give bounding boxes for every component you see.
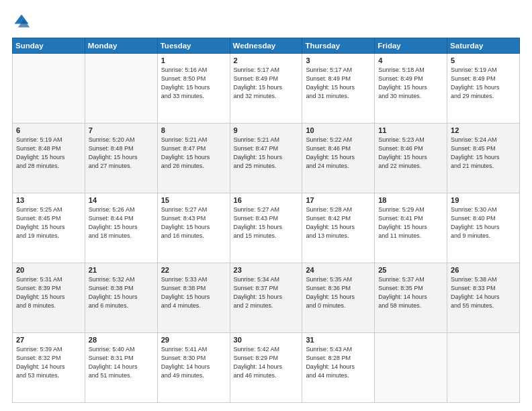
day-number: 6: [16, 126, 81, 134]
day-info: Sunrise: 5:33 AM Sunset: 8:38 PM Dayligh…: [161, 275, 226, 310]
day-number: 1: [161, 56, 226, 64]
day-info: Sunrise: 5:43 AM Sunset: 8:28 PM Dayligh…: [306, 345, 371, 380]
day-info: Sunrise: 5:38 AM Sunset: 8:33 PM Dayligh…: [451, 275, 516, 310]
day-number: 18: [378, 196, 443, 204]
calendar-cell: 16Sunrise: 5:27 AM Sunset: 8:43 PM Dayli…: [230, 193, 302, 263]
day-number: 24: [306, 266, 371, 274]
calendar-cell: 11Sunrise: 5:23 AM Sunset: 8:46 PM Dayli…: [375, 124, 447, 193]
calendar-cell: 19Sunrise: 5:30 AM Sunset: 8:40 PM Dayli…: [447, 193, 520, 263]
weekday-header-saturday: Saturday: [447, 38, 520, 54]
day-number: 19: [451, 196, 516, 204]
calendar-cell: 25Sunrise: 5:37 AM Sunset: 8:35 PM Dayli…: [375, 263, 447, 333]
weekday-header-thursday: Thursday: [302, 38, 375, 54]
day-info: Sunrise: 5:22 AM Sunset: 8:46 PM Dayligh…: [306, 136, 371, 171]
day-number: 15: [161, 196, 226, 204]
calendar-cell: 8Sunrise: 5:21 AM Sunset: 8:47 PM Daylig…: [157, 124, 230, 193]
calendar-cell: 15Sunrise: 5:27 AM Sunset: 8:43 PM Dayli…: [157, 193, 230, 263]
calendar-cell: 27Sunrise: 5:39 AM Sunset: 8:32 PM Dayli…: [13, 333, 85, 403]
page: SundayMondayTuesdayWednesdayThursdayFrid…: [0, 0, 532, 411]
weekday-header-row: SundayMondayTuesdayWednesdayThursdayFrid…: [13, 38, 520, 54]
day-info: Sunrise: 5:18 AM Sunset: 8:49 PM Dayligh…: [378, 66, 443, 101]
day-number: 20: [16, 266, 81, 274]
day-number: 14: [89, 196, 154, 204]
calendar-cell: 20Sunrise: 5:31 AM Sunset: 8:39 PM Dayli…: [13, 263, 85, 333]
day-number: 25: [378, 266, 443, 274]
day-number: 13: [16, 196, 81, 204]
calendar-cell: 18Sunrise: 5:29 AM Sunset: 8:41 PM Dayli…: [375, 193, 447, 263]
day-info: Sunrise: 5:37 AM Sunset: 8:35 PM Dayligh…: [378, 275, 443, 310]
day-info: Sunrise: 5:40 AM Sunset: 8:31 PM Dayligh…: [89, 345, 154, 380]
calendar-cell: 12Sunrise: 5:24 AM Sunset: 8:45 PM Dayli…: [447, 124, 520, 193]
day-number: 2: [234, 56, 299, 64]
calendar-cell: 17Sunrise: 5:28 AM Sunset: 8:42 PM Dayli…: [302, 193, 375, 263]
day-number: 4: [378, 56, 443, 64]
day-info: Sunrise: 5:26 AM Sunset: 8:44 PM Dayligh…: [89, 205, 154, 240]
day-number: 16: [234, 196, 299, 204]
day-info: Sunrise: 5:21 AM Sunset: 8:47 PM Dayligh…: [234, 136, 299, 171]
calendar-week-row: 20Sunrise: 5:31 AM Sunset: 8:39 PM Dayli…: [13, 263, 520, 333]
weekday-header-wednesday: Wednesday: [230, 38, 302, 54]
calendar-cell: [375, 333, 447, 403]
calendar-cell: 24Sunrise: 5:35 AM Sunset: 8:36 PM Dayli…: [302, 263, 375, 333]
calendar-cell: 22Sunrise: 5:33 AM Sunset: 8:38 PM Dayli…: [157, 263, 230, 333]
weekday-header-friday: Friday: [375, 38, 447, 54]
weekday-header-tuesday: Tuesday: [157, 38, 230, 54]
day-info: Sunrise: 5:16 AM Sunset: 8:50 PM Dayligh…: [161, 66, 226, 101]
day-info: Sunrise: 5:19 AM Sunset: 8:49 PM Dayligh…: [451, 66, 516, 101]
day-number: 27: [16, 336, 81, 344]
day-info: Sunrise: 5:41 AM Sunset: 8:30 PM Dayligh…: [161, 345, 226, 380]
day-info: Sunrise: 5:35 AM Sunset: 8:36 PM Dayligh…: [306, 275, 371, 310]
calendar-cell: 29Sunrise: 5:41 AM Sunset: 8:30 PM Dayli…: [157, 333, 230, 403]
day-number: 30: [234, 336, 299, 344]
day-number: 7: [89, 126, 154, 134]
day-number: 21: [89, 266, 154, 274]
calendar-cell: [85, 54, 157, 124]
calendar-cell: 6Sunrise: 5:19 AM Sunset: 8:48 PM Daylig…: [13, 124, 85, 193]
day-info: Sunrise: 5:29 AM Sunset: 8:41 PM Dayligh…: [378, 205, 443, 240]
day-info: Sunrise: 5:39 AM Sunset: 8:32 PM Dayligh…: [16, 345, 81, 380]
day-number: 5: [451, 56, 516, 64]
calendar-cell: 5Sunrise: 5:19 AM Sunset: 8:49 PM Daylig…: [447, 54, 520, 124]
calendar-week-row: 13Sunrise: 5:25 AM Sunset: 8:45 PM Dayli…: [13, 193, 520, 263]
day-info: Sunrise: 5:17 AM Sunset: 8:49 PM Dayligh…: [306, 66, 371, 101]
weekday-header-monday: Monday: [85, 38, 157, 54]
day-info: Sunrise: 5:17 AM Sunset: 8:49 PM Dayligh…: [234, 66, 299, 101]
day-number: 9: [234, 126, 299, 134]
day-number: 29: [161, 336, 226, 344]
calendar-week-row: 6Sunrise: 5:19 AM Sunset: 8:48 PM Daylig…: [13, 124, 520, 193]
calendar-cell: 31Sunrise: 5:43 AM Sunset: 8:28 PM Dayli…: [302, 333, 375, 403]
day-number: 10: [306, 126, 371, 134]
day-info: Sunrise: 5:42 AM Sunset: 8:29 PM Dayligh…: [234, 345, 299, 380]
day-info: Sunrise: 5:31 AM Sunset: 8:39 PM Dayligh…: [16, 275, 81, 310]
calendar-table: SundayMondayTuesdayWednesdayThursdayFrid…: [12, 38, 520, 403]
calendar-cell: 2Sunrise: 5:17 AM Sunset: 8:49 PM Daylig…: [230, 54, 302, 124]
calendar-week-row: 27Sunrise: 5:39 AM Sunset: 8:32 PM Dayli…: [13, 333, 520, 403]
weekday-header-sunday: Sunday: [13, 38, 85, 54]
calendar-cell: 7Sunrise: 5:20 AM Sunset: 8:48 PM Daylig…: [85, 124, 157, 193]
day-info: Sunrise: 5:23 AM Sunset: 8:46 PM Dayligh…: [378, 136, 443, 171]
day-number: 23: [234, 266, 299, 274]
day-number: 8: [161, 126, 226, 134]
calendar-week-row: 1Sunrise: 5:16 AM Sunset: 8:50 PM Daylig…: [13, 54, 520, 124]
calendar-cell: 4Sunrise: 5:18 AM Sunset: 8:49 PM Daylig…: [375, 54, 447, 124]
logo: [12, 12, 34, 31]
calendar-cell: 14Sunrise: 5:26 AM Sunset: 8:44 PM Dayli…: [85, 193, 157, 263]
calendar-cell: 13Sunrise: 5:25 AM Sunset: 8:45 PM Dayli…: [13, 193, 85, 263]
day-info: Sunrise: 5:28 AM Sunset: 8:42 PM Dayligh…: [306, 205, 371, 240]
day-info: Sunrise: 5:19 AM Sunset: 8:48 PM Dayligh…: [16, 136, 81, 171]
header: [12, 12, 520, 31]
calendar-cell: 28Sunrise: 5:40 AM Sunset: 8:31 PM Dayli…: [85, 333, 157, 403]
day-info: Sunrise: 5:25 AM Sunset: 8:45 PM Dayligh…: [16, 205, 81, 240]
day-info: Sunrise: 5:27 AM Sunset: 8:43 PM Dayligh…: [234, 205, 299, 240]
calendar-cell: 1Sunrise: 5:16 AM Sunset: 8:50 PM Daylig…: [157, 54, 230, 124]
day-number: 26: [451, 266, 516, 274]
day-number: 31: [306, 336, 371, 344]
day-info: Sunrise: 5:30 AM Sunset: 8:40 PM Dayligh…: [451, 205, 516, 240]
day-number: 3: [306, 56, 371, 64]
logo-icon: [12, 12, 31, 31]
calendar-cell: 9Sunrise: 5:21 AM Sunset: 8:47 PM Daylig…: [230, 124, 302, 193]
day-number: 28: [89, 336, 154, 344]
day-number: 12: [451, 126, 516, 134]
calendar-cell: [447, 333, 520, 403]
day-info: Sunrise: 5:32 AM Sunset: 8:38 PM Dayligh…: [89, 275, 154, 310]
